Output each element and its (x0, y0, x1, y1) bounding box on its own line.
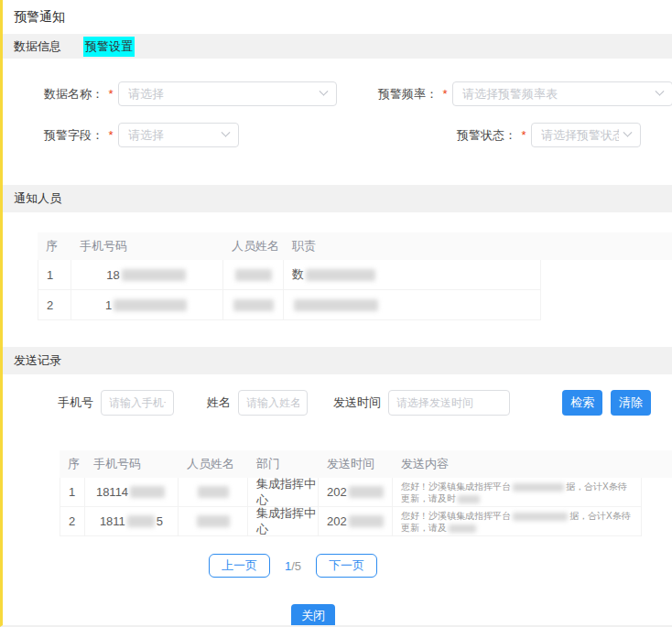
table-header-row: 序 手机号码 人员姓名 部门 发送时间 发送内容 (60, 450, 672, 478)
search-button[interactable]: 检索 (562, 390, 602, 416)
alert-status-label: 预警状态： (339, 127, 516, 144)
redacted-phone (114, 299, 187, 311)
col-header-dept: 部门 (248, 456, 319, 472)
pagination: 上一页 1/5 下一页 (209, 554, 672, 578)
chevron-down-icon (656, 87, 665, 96)
select-placeholder: 请选择 (128, 86, 164, 103)
redacted-time (349, 486, 384, 498)
chevron-down-icon (320, 87, 329, 96)
time-filter-label: 发送时间 (333, 395, 381, 411)
table-header-row: 序 手机号码 人员姓名 职责 (38, 232, 672, 260)
col-header-phone: 手机号码 (85, 456, 179, 472)
close-button[interactable]: 关闭 (291, 604, 335, 627)
cell-send-content: 您好！沙溪镇集成指挥平台据，合计X条待更新，请及时 (393, 478, 642, 507)
redacted-name (233, 299, 274, 311)
data-name-select[interactable]: 请选择 (118, 81, 337, 106)
required-asterisk: * (103, 87, 118, 101)
send-records-table: 序 手机号码 人员姓名 部门 发送时间 发送内容 1 18114 集成指挥中心 … (60, 450, 672, 536)
cell-send-content: 您好！沙溪镇集成指挥平台据，合计X条待更新，请及 (393, 507, 642, 536)
chevron-down-icon (222, 128, 231, 137)
page-indicator: 1/5 (285, 559, 301, 573)
redacted-duty (294, 299, 378, 311)
phone-visible: 5 (157, 514, 163, 528)
cell-duty (284, 290, 541, 320)
redacted-content (458, 495, 480, 503)
cell-send-time: 202 (319, 507, 393, 536)
col-header-no: 序 (38, 238, 71, 254)
time-visible: 202 (327, 514, 347, 528)
alert-settings-form: 数据名称： * 请选择 预警频率： * 请选择预警频率表 预警字段： * 请选择 (3, 59, 672, 185)
redacted-duty (306, 269, 375, 281)
table-row: 1 18114 集成指挥中心 202 您好！沙溪镇集成指挥平台据，合计X条待更新… (60, 478, 672, 507)
redacted-phone (130, 486, 165, 498)
tab-data-info[interactable]: 数据信息 (12, 37, 63, 57)
cell-name (179, 478, 248, 507)
name-filter-label: 姓名 (207, 395, 231, 411)
col-header-name: 人员姓名 (223, 238, 284, 254)
redacted-content (449, 524, 476, 533)
cell-phone: 1 (71, 290, 223, 320)
alert-notification-modal: 预警通知 数据信息 预警设置 数据名称： * 请选择 预警频率： * 请选择预警… (0, 0, 672, 627)
page-title: 预警通知 (3, 0, 672, 34)
send-records-title: 发送记录 (14, 352, 61, 369)
table-row: 1 18 数 (38, 260, 672, 290)
clear-button[interactable]: 清除 (611, 390, 651, 416)
alert-field-label: 预警字段： (3, 127, 103, 144)
chevron-down-icon (623, 128, 633, 137)
phone-filter-label: 手机号 (58, 395, 93, 411)
time-filter-input[interactable] (388, 390, 510, 416)
col-header-send-time: 发送时间 (319, 456, 393, 472)
duty-visible: 数 (292, 266, 304, 283)
field-alert-frequency: 预警频率： * 请选择预警频率表 (339, 81, 672, 106)
table-row: 2 1811 5 集成指挥中心 202 您好！沙溪镇集成指挥平台据，合计X条待更… (60, 507, 672, 536)
select-placeholder: 请选择 (128, 127, 164, 144)
cell-no: 2 (38, 290, 71, 320)
col-header-phone: 手机号码 (71, 238, 223, 254)
table-row: 2 1 (38, 290, 672, 320)
prev-page-button[interactable]: 上一页 (209, 554, 270, 578)
cell-name (223, 290, 284, 320)
name-filter-input[interactable] (238, 390, 308, 416)
col-header-name: 人员姓名 (179, 456, 248, 472)
col-header-duty: 职责 (284, 238, 541, 254)
redacted-name (198, 486, 229, 498)
field-alert-field: 预警字段： * 请选择 (3, 123, 239, 147)
required-asterisk: * (103, 128, 118, 142)
alert-status-select[interactable]: 请选择预警状态 (531, 123, 641, 147)
cell-no: 1 (38, 260, 71, 290)
next-page-button[interactable]: 下一页 (316, 554, 377, 578)
notify-personnel-table: 序 手机号码 人员姓名 职责 1 18 数 2 1 (38, 232, 672, 320)
cell-send-time: 202 (319, 478, 393, 507)
data-name-label: 数据名称： (3, 86, 103, 103)
required-asterisk: * (516, 128, 531, 142)
cell-phone: 18114 (85, 478, 179, 507)
col-header-send-content: 发送内容 (393, 456, 642, 472)
redacted-time (349, 515, 384, 527)
cell-no: 1 (60, 478, 85, 507)
total-pages: /5 (291, 559, 301, 573)
phone-filter-input[interactable] (101, 390, 174, 416)
field-alert-status: 预警状态： * 请选择预警状态 (339, 123, 641, 147)
col-header-no: 序 (60, 456, 85, 472)
cell-no: 2 (60, 507, 85, 536)
alert-field-select[interactable]: 请选择 (118, 123, 239, 147)
phone-visible: 18 (106, 268, 119, 282)
redacted-phone (122, 269, 186, 281)
alert-frequency-select[interactable]: 请选择预警频率表 (452, 81, 672, 106)
section-send-records-header: 发送记录 (3, 347, 672, 374)
phone-visible: 1811 (100, 514, 125, 528)
cell-phone: 18 (71, 260, 223, 290)
cell-name (179, 507, 248, 536)
cell-dept: 集成指挥中心 (248, 507, 319, 536)
tab-alert-settings[interactable]: 预警设置 (83, 37, 135, 57)
redacted-name (235, 269, 272, 281)
required-asterisk: * (438, 87, 452, 101)
content-visible: 您好！沙溪镇集成指挥平台 (401, 481, 511, 492)
section-notify-personnel-header: 通知人员 (3, 185, 672, 212)
select-placeholder: 请选择预警状态 (541, 127, 619, 144)
cell-dept: 集成指挥中心 (248, 478, 319, 507)
send-records-filters: 手机号 姓名 发送时间 检索 清除 (58, 390, 672, 416)
phone-visible: 18114 (96, 485, 128, 499)
redacted-phone (127, 515, 155, 527)
redacted-name (197, 515, 230, 527)
